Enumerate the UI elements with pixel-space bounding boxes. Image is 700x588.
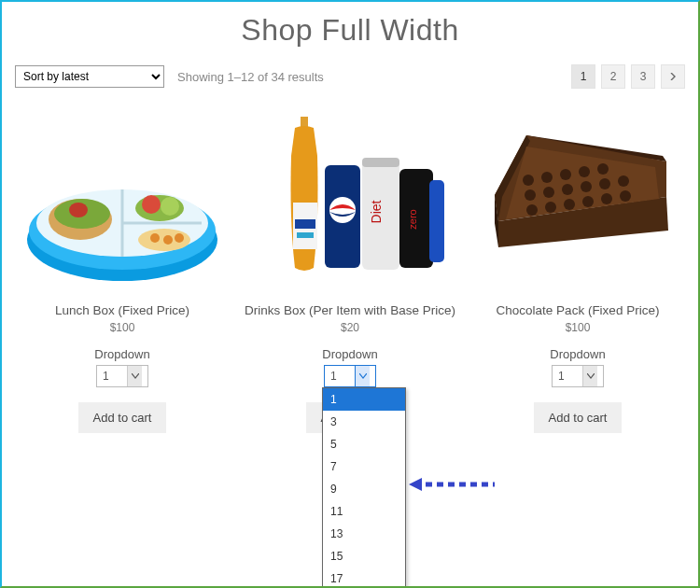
dropdown-label: Dropdown (470, 347, 685, 361)
quantity-option[interactable]: 9 (323, 478, 405, 500)
quantity-select[interactable]: 1 (96, 365, 148, 387)
product-price: $20 (243, 321, 457, 334)
svg-point-46 (579, 166, 590, 177)
page-next-button[interactable] (661, 64, 685, 89)
svg-text:Diet: Diet (369, 200, 384, 223)
chevron-down-icon (582, 366, 597, 386)
svg-point-45 (560, 169, 571, 180)
svg-point-39 (562, 184, 573, 195)
svg-rect-15 (295, 219, 315, 229)
svg-point-11 (163, 235, 173, 245)
quantity-option[interactable]: 15 (323, 545, 405, 567)
quantity-select[interactable]: 1 (552, 365, 604, 387)
svg-point-35 (601, 193, 612, 204)
product-price: $100 (470, 321, 685, 334)
svg-rect-24 (429, 180, 444, 262)
quantity-option[interactable]: 11 (323, 500, 405, 523)
product-price: $100 (15, 321, 230, 334)
svg-point-8 (161, 197, 179, 216)
product-card: Diet zero Drinks Box (Per Item with Base… (243, 100, 457, 433)
result-count: Showing 1–12 of 34 results (177, 70, 571, 84)
page-2-button[interactable]: 2 (601, 64, 625, 89)
quantity-option[interactable]: 13 (323, 523, 405, 545)
svg-text:zero: zero (407, 209, 418, 229)
svg-point-44 (541, 172, 553, 183)
annotation-arrow-icon (409, 476, 498, 493)
svg-point-34 (582, 196, 594, 207)
chevron-down-icon (127, 366, 142, 386)
svg-point-38 (543, 187, 554, 198)
svg-point-36 (620, 190, 631, 202)
quantity-option[interactable]: 17 (323, 567, 405, 588)
page-title: Shop Full Width (9, 13, 691, 48)
product-title: Lunch Box (Fixed Price) (15, 303, 230, 317)
product-card: Lunch Box (Fixed Price) $100 Dropdown 1 … (15, 100, 230, 433)
svg-point-42 (618, 175, 629, 187)
product-grid: Lunch Box (Fixed Price) $100 Dropdown 1 … (15, 100, 685, 433)
product-title: Chocolate Pack (Fixed Price) (470, 303, 685, 317)
svg-point-12 (175, 233, 184, 243)
chevron-down-icon (355, 366, 370, 386)
pagination: 1 2 3 (571, 64, 685, 89)
page-3-button[interactable]: 3 (631, 64, 655, 89)
quantity-value: 1 (103, 370, 109, 383)
svg-point-10 (150, 233, 160, 243)
quantity-option[interactable]: 5 (323, 433, 405, 455)
quantity-value: 1 (330, 370, 337, 383)
shop-toolbar: Sort by latest Showing 1–12 of 34 result… (15, 64, 685, 89)
svg-point-47 (597, 163, 609, 175)
svg-point-41 (599, 178, 610, 189)
page-1-button[interactable]: 1 (571, 64, 595, 89)
svg-point-5 (69, 203, 88, 217)
chevron-right-icon (669, 70, 677, 83)
product-card: Chocolate Pack (Fixed Price) $100 Dropdo… (470, 100, 685, 433)
dropdown-label: Dropdown (15, 347, 230, 361)
svg-point-37 (525, 189, 536, 201)
svg-point-40 (581, 181, 592, 192)
svg-point-33 (564, 199, 575, 210)
quantity-select[interactable]: 1 (324, 365, 376, 387)
product-image[interactable] (470, 100, 685, 296)
svg-point-43 (523, 175, 534, 186)
svg-marker-48 (409, 478, 422, 491)
quantity-option[interactable]: 7 (323, 455, 405, 478)
quantity-option[interactable]: 1 (323, 388, 405, 411)
quantity-option[interactable]: 3 (323, 411, 405, 433)
quantity-dropdown-menu[interactable]: 1357911131517 (322, 387, 406, 588)
quantity-value: 1 (558, 370, 565, 383)
product-title: Drinks Box (Per Item with Base Price) (243, 303, 457, 317)
svg-rect-16 (297, 232, 314, 238)
add-to-cart-button[interactable]: Add to cart (78, 402, 167, 433)
sort-select[interactable]: Sort by latest (15, 65, 164, 88)
svg-point-31 (526, 204, 538, 216)
dropdown-label: Dropdown (243, 347, 457, 361)
svg-rect-20 (362, 158, 399, 167)
svg-point-32 (545, 202, 556, 213)
svg-point-7 (142, 195, 161, 214)
product-image[interactable] (15, 100, 230, 296)
add-to-cart-button[interactable]: Add to cart (534, 402, 623, 433)
product-image[interactable]: Diet zero (243, 100, 457, 296)
svg-point-18 (329, 197, 356, 223)
